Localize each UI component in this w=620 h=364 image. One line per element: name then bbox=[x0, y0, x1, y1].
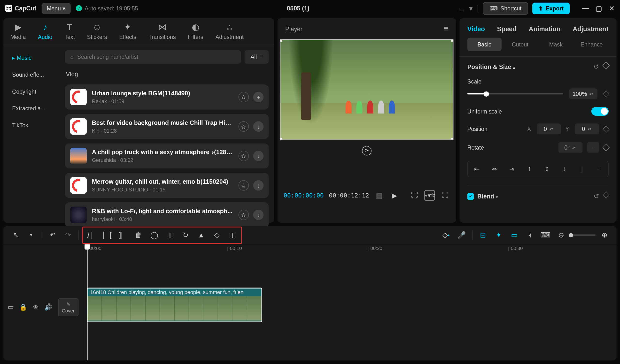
rotate-input[interactable]: 0°▴▾ bbox=[558, 142, 583, 153]
adjust-icon[interactable]: ⫞ bbox=[523, 228, 537, 242]
resize-handle-icon[interactable] bbox=[451, 39, 453, 42]
add-icon[interactable]: + bbox=[253, 92, 264, 102]
chevron-down-icon[interactable]: ▾ bbox=[469, 4, 473, 12]
distribute-h-icon[interactable]: ‖ bbox=[574, 163, 589, 175]
undo-icon[interactable]: ↶ bbox=[46, 228, 59, 242]
tab-adjustment[interactable]: ⛬Adjustment bbox=[215, 22, 243, 45]
select-tool-icon[interactable]: ↖ bbox=[9, 228, 23, 242]
subtab-cutout[interactable]: Cutout bbox=[503, 38, 537, 51]
sidebar-item-sound-effects[interactable]: Sound effe... bbox=[7, 67, 56, 82]
link-icon[interactable]: ⊟ bbox=[476, 228, 490, 242]
shield-icon[interactable]: ◯ bbox=[147, 228, 161, 242]
favorite-icon[interactable]: ☆ bbox=[239, 121, 249, 132]
tab-effects[interactable]: ✦Effects bbox=[119, 22, 136, 45]
download-icon[interactable]: ↓ bbox=[253, 151, 264, 161]
resize-handle-icon[interactable] bbox=[280, 138, 282, 140]
keyframe-icon[interactable] bbox=[602, 90, 610, 97]
mute-icon[interactable]: 🔊 bbox=[44, 303, 53, 311]
play-icon[interactable]: ▶ bbox=[389, 190, 399, 201]
tab-transitions[interactable]: ⋈Transitions bbox=[148, 22, 176, 45]
keyframe-icon[interactable] bbox=[602, 62, 610, 69]
track-row[interactable]: R&B with Lo-Fi, light and comfortable at… bbox=[65, 202, 269, 228]
rotate-icon[interactable]: ◇ bbox=[210, 228, 224, 242]
download-icon[interactable]: ↓ bbox=[253, 121, 264, 132]
fullscreen-icon[interactable]: ⛶ bbox=[440, 190, 450, 201]
crop-icon[interactable]: ◫ bbox=[225, 228, 239, 242]
tab-filters[interactable]: ◐Filters bbox=[188, 22, 203, 45]
scale-value-input[interactable]: 100%▴▾ bbox=[569, 88, 597, 99]
align-center-v-icon[interactable]: ⇕ bbox=[539, 163, 554, 175]
tab-media[interactable]: ▶Media bbox=[10, 22, 26, 45]
reverse-icon[interactable]: ↻ bbox=[178, 228, 192, 242]
timeline-tracks[interactable]: 00:00 00:10 00:20 00:30 16of18 Children … bbox=[84, 244, 616, 361]
distribute-v-icon[interactable]: ≡ bbox=[592, 163, 606, 175]
scale-slider[interactable] bbox=[467, 93, 563, 94]
favorite-icon[interactable]: ☆ bbox=[239, 92, 249, 102]
mirror-icon[interactable]: ▲ bbox=[194, 228, 208, 242]
sidebar-item-extracted[interactable]: Extracted a... bbox=[7, 101, 56, 116]
eye-icon[interactable]: 👁 bbox=[32, 303, 39, 311]
keyframe-icon[interactable] bbox=[602, 144, 610, 151]
video-clip[interactable]: 16of18 Children playing, dancing, young … bbox=[87, 288, 262, 322]
favorite-icon[interactable]: ☆ bbox=[239, 180, 249, 191]
track-row[interactable]: A chill pop truck with a sexy atmosphere… bbox=[65, 143, 269, 168]
keyframe-icon[interactable] bbox=[602, 191, 610, 198]
download-icon[interactable]: ↓ bbox=[253, 210, 264, 220]
align-right-icon[interactable]: ⇥ bbox=[504, 163, 519, 175]
timeline-ruler[interactable]: 00:00 00:10 00:20 00:30 bbox=[84, 244, 616, 254]
tab-speed[interactable]: Speed bbox=[497, 25, 517, 32]
align-center-h-icon[interactable]: ⇔ bbox=[487, 163, 502, 175]
track-row[interactable]: Merrow guitar, chill out, winter, emo b(… bbox=[65, 173, 269, 198]
resize-handle-icon[interactable] bbox=[451, 138, 453, 140]
copy-icon[interactable]: ▯▯ bbox=[163, 228, 177, 242]
subtab-mask[interactable]: Mask bbox=[539, 38, 573, 51]
tab-stickers[interactable]: ☺Stickers bbox=[87, 22, 107, 45]
reset-icon[interactable]: ↺ bbox=[594, 63, 599, 71]
trim-left-icon[interactable]: ⎸[ bbox=[101, 228, 114, 242]
filter-all-button[interactable]: All ≡ bbox=[244, 50, 269, 64]
favorite-icon[interactable]: ☆ bbox=[239, 210, 249, 220]
shortcut-button[interactable]: ⌨ Shortcut bbox=[483, 2, 528, 15]
reset-icon[interactable]: ↺ bbox=[594, 192, 599, 200]
layout-icon[interactable]: ▭ bbox=[458, 4, 465, 12]
align-bottom-icon[interactable]: ⤓ bbox=[557, 163, 572, 175]
position-x-input[interactable]: 0▴▾ bbox=[537, 123, 561, 134]
collapse-icon[interactable]: ▭ bbox=[8, 303, 14, 311]
menu-icon[interactable]: ≡ bbox=[444, 24, 448, 33]
zoom-in-icon[interactable]: ⊕ bbox=[597, 228, 611, 242]
playhead[interactable] bbox=[87, 244, 88, 361]
subtab-basic[interactable]: Basic bbox=[467, 38, 502, 51]
sidebar-item-tiktok[interactable]: TikTok bbox=[7, 118, 56, 133]
zoom-slider[interactable] bbox=[570, 234, 596, 235]
delete-icon[interactable]: 🗑 bbox=[132, 228, 146, 242]
subtab-enhance[interactable]: Enhance bbox=[575, 38, 609, 51]
zoom-out-icon[interactable]: ⊖ bbox=[554, 228, 568, 242]
uniform-scale-toggle[interactable] bbox=[591, 107, 609, 116]
trim-right-icon[interactable]: ]⎸ bbox=[116, 228, 130, 242]
blend-checkbox[interactable]: ✓ bbox=[467, 193, 474, 199]
search-input[interactable]: ⌕ Search song name/artist bbox=[65, 50, 241, 64]
track-row[interactable]: Urban lounge style BGM(1148490)Re-lax · … bbox=[65, 84, 269, 110]
tab-adjustment[interactable]: Adjustment bbox=[573, 25, 608, 32]
lock-icon[interactable]: 🔒 bbox=[19, 303, 27, 311]
sidebar-item-music[interactable]: ▸ Music bbox=[7, 50, 56, 66]
sidebar-item-copyright[interactable]: Copyright bbox=[7, 84, 56, 99]
rotate-direction[interactable]: - bbox=[587, 142, 599, 153]
tab-audio[interactable]: ♪Audio bbox=[38, 22, 52, 45]
tab-text[interactable]: TText bbox=[64, 22, 75, 45]
focus-icon[interactable]: ⛶ bbox=[410, 190, 419, 201]
mic-icon[interactable]: 🎤 bbox=[455, 228, 469, 242]
tab-video[interactable]: Video bbox=[467, 25, 485, 32]
magnet-icon[interactable]: ◇● bbox=[439, 228, 453, 242]
download-icon[interactable]: ↓ bbox=[253, 180, 264, 191]
keyframe-icon[interactable] bbox=[602, 125, 610, 132]
maximize-icon[interactable]: ▢ bbox=[596, 5, 602, 11]
tab-animation[interactable]: Animation bbox=[529, 25, 560, 32]
align-left-icon[interactable]: ⇤ bbox=[470, 163, 484, 175]
cover-button[interactable]: ✎ Cover bbox=[58, 298, 78, 316]
close-icon[interactable]: ✕ bbox=[609, 5, 615, 11]
chevron-down-icon[interactable]: ▾ bbox=[24, 228, 38, 242]
menu-button[interactable]: Menu ▾ bbox=[41, 3, 71, 14]
track-row[interactable]: Best for video background music Chill Tr… bbox=[65, 114, 269, 139]
preview-icon[interactable]: ▭ bbox=[507, 228, 521, 242]
